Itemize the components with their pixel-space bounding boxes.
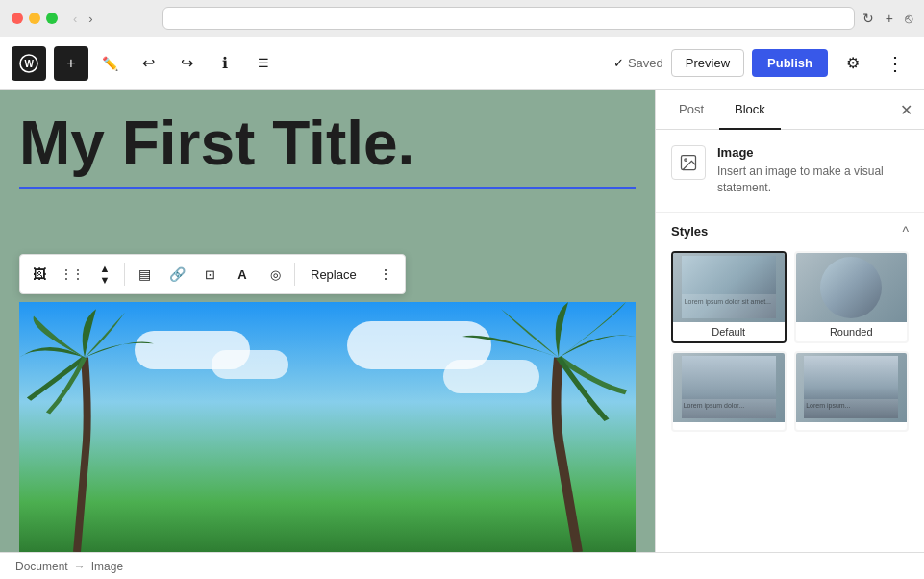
wp-logo[interactable]: W — [12, 46, 46, 81]
tab-post[interactable]: Post — [663, 90, 719, 130]
svg-point-3 — [685, 159, 687, 162]
style-preview-rounded — [796, 253, 908, 322]
list-view-button[interactable]: ☰ — [246, 46, 281, 81]
palm-tree-right — [366, 302, 636, 552]
image-block[interactable] — [19, 302, 636, 552]
tools-button[interactable]: ✏️ — [92, 46, 127, 81]
block-title: Image — [717, 145, 909, 160]
main-layout: My First Title. 🖼 ⋮⋮ ▲▼ ▤ 🔗 ⊡ A ◎ Replac… — [0, 90, 924, 552]
address-bar[interactable] — [162, 7, 855, 30]
details-button[interactable]: ℹ — [208, 46, 242, 81]
block-icon — [671, 145, 706, 180]
cloud-2 — [212, 350, 288, 379]
style-preview-3: Lorem ipsum dolor... — [673, 353, 785, 422]
breadcrumb-document[interactable]: Document — [15, 560, 68, 573]
undo-button[interactable]: ↩ — [131, 46, 165, 81]
image-icon-button[interactable]: 🖼 — [24, 259, 55, 290]
editor-area: My First Title. 🖼 ⋮⋮ ▲▼ ▤ 🔗 ⊡ A ◎ Replac… — [0, 90, 655, 552]
filter-button[interactable]: ◎ — [260, 259, 290, 290]
block-info: Image Insert an image to make a visual s… — [656, 130, 924, 213]
page-title[interactable]: My First Title. — [0, 90, 655, 187]
tab-block[interactable]: Block — [719, 90, 781, 130]
title-underline — [19, 187, 636, 189]
saved-text: Saved — [628, 56, 663, 70]
move-button[interactable]: ▲▼ — [89, 259, 120, 290]
traffic-lights — [12, 13, 58, 24]
toolbar-divider-2 — [294, 263, 295, 286]
saved-status: ✓ Saved — [613, 56, 663, 70]
replace-button[interactable]: Replace — [299, 262, 368, 288]
styles-section: Styles ^ Lorem ipsum dolor sit amet... D… — [656, 213, 924, 443]
svg-text:W: W — [25, 59, 35, 69]
share-icon[interactable]: ⎋ — [905, 11, 912, 26]
image-block-toolbar: 🖼 ⋮⋮ ▲▼ ▤ 🔗 ⊡ A ◎ Replace ⋮ — [19, 254, 406, 294]
settings-button[interactable]: ⚙ — [836, 46, 870, 81]
drag-handle[interactable]: ⋮⋮ — [57, 259, 87, 290]
publish-button[interactable]: Publish — [752, 49, 828, 77]
style-label-rounded: Rounded — [796, 322, 908, 341]
block-description: Insert an image to make a visual stateme… — [717, 164, 909, 196]
style-option-default[interactable]: Lorem ipsum dolor sit amet... Default — [671, 251, 787, 343]
block-info-text: Image Insert an image to make a visual s… — [717, 145, 909, 196]
panel-close-button[interactable]: ✕ — [896, 97, 916, 123]
new-tab-icon[interactable]: + — [886, 11, 893, 26]
style-preview-default: Lorem ipsum dolor sit amet... — [673, 253, 785, 322]
toolbar-right: ✓ Saved Preview Publish ⚙ ⋮ — [613, 46, 912, 81]
minimize-button[interactable] — [29, 13, 40, 24]
styles-title: Styles — [671, 224, 708, 239]
panel-tabs: Post Block ✕ — [656, 90, 924, 130]
breadcrumb-separator: → — [74, 560, 86, 573]
style-preview-4: Lorem ipsum... — [796, 353, 908, 422]
align-button[interactable]: ▤ — [129, 259, 160, 290]
link-button[interactable]: 🔗 — [162, 259, 192, 290]
breadcrumb: Document → Image — [0, 552, 924, 579]
redo-button[interactable]: ↪ — [169, 46, 204, 81]
breadcrumb-image[interactable]: Image — [91, 560, 123, 573]
styles-collapse-button[interactable]: ^ — [902, 224, 909, 239]
more-options-button[interactable]: ⋮ — [878, 46, 912, 81]
back-button[interactable]: ‹ — [69, 10, 81, 28]
reload-icon[interactable]: ↻ — [862, 11, 874, 26]
nav-arrows: ‹ › — [69, 10, 97, 28]
style-label-default: Default — [673, 322, 785, 341]
more-block-options[interactable]: ⋮ — [370, 259, 401, 290]
styles-header: Styles ^ — [671, 224, 909, 239]
style-option-4[interactable]: Lorem ipsum... — [794, 351, 910, 432]
titlebar-actions: ↻ + ⎋ — [862, 11, 912, 26]
maximize-button[interactable] — [46, 13, 58, 24]
style-option-rounded[interactable]: Rounded — [794, 251, 910, 343]
forward-button[interactable]: › — [85, 10, 96, 28]
add-block-button[interactable]: + — [54, 46, 88, 81]
close-button[interactable] — [12, 13, 23, 24]
style-option-3[interactable]: Lorem ipsum dolor... — [671, 351, 787, 432]
crop-button[interactable]: ⊡ — [194, 259, 225, 290]
preview-button[interactable]: Preview — [671, 49, 744, 77]
right-panel: Post Block ✕ Image Insert an image to ma… — [655, 90, 924, 552]
toolbar-divider-1 — [124, 263, 125, 286]
style-label-4 — [796, 422, 908, 430]
editor-toolbar: W + ✏️ ↩ ↪ ℹ ☰ ✓ Saved Preview Publish ⚙… — [0, 37, 924, 90]
styles-grid: Lorem ipsum dolor sit amet... Default Ro… — [671, 251, 909, 432]
style-label-3 — [673, 422, 785, 430]
text-overlay-button[interactable]: A — [227, 259, 258, 290]
palm-tree-left — [19, 302, 212, 552]
titlebar: ‹ › ↻ + ⎋ — [0, 0, 924, 37]
